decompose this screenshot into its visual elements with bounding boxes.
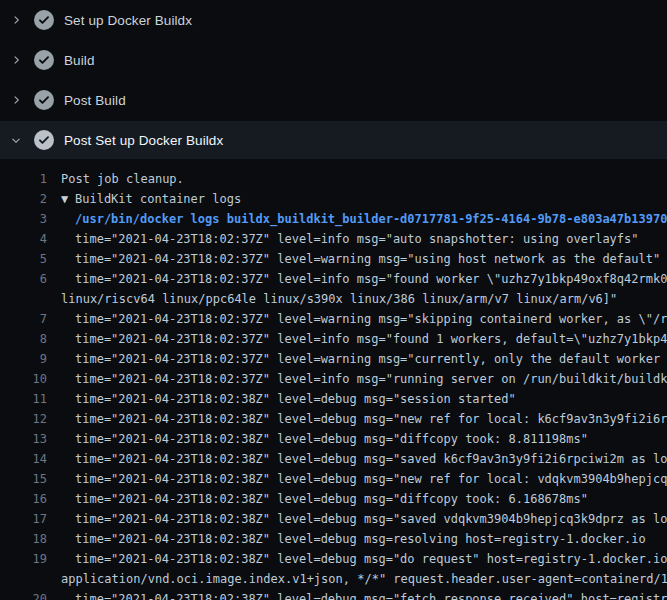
step-row-post-build[interactable]: Post Build xyxy=(0,80,667,120)
log-line-number[interactable]: 3 xyxy=(0,209,47,229)
log-line-number[interactable]: 13 xyxy=(0,429,47,449)
log-line-number xyxy=(0,289,47,309)
log-line-text: linux/riscv64 linux/ppc64le linux/s390x … xyxy=(61,289,667,309)
steps-list: Set up Docker Buildx Build Post Build Po… xyxy=(0,0,667,159)
log-line-text: time="2021-04-23T18:02:38Z" level=debug … xyxy=(75,429,667,449)
log-line-number xyxy=(0,569,47,589)
log-line: 13time="2021-04-23T18:02:38Z" level=debu… xyxy=(0,429,667,449)
log-line: 7time="2021-04-23T18:02:37Z" level=warni… xyxy=(0,309,667,329)
log-line: 11time="2021-04-23T18:02:38Z" level=debu… xyxy=(0,389,667,409)
log-line-number[interactable]: 16 xyxy=(0,489,47,509)
log-line-number[interactable]: 15 xyxy=(0,469,47,489)
log-line-text: time="2021-04-23T18:02:38Z" level=debug … xyxy=(75,489,667,509)
log-line-number[interactable]: 5 xyxy=(0,249,47,269)
step-label: Set up Docker Buildx xyxy=(64,13,192,28)
log-line-text: Post job cleanup. xyxy=(61,169,667,189)
log-line: 2▼BuildKit container logs xyxy=(0,189,667,209)
log-line-text: time="2021-04-23T18:02:37Z" level=info m… xyxy=(75,229,667,249)
log-line-number[interactable]: 17 xyxy=(0,509,47,529)
chevron-right-icon xyxy=(10,14,22,26)
log-line-number[interactable]: 11 xyxy=(0,389,47,409)
log-line: 1Post job cleanup. xyxy=(0,169,667,189)
log-line-number[interactable]: 8 xyxy=(0,329,47,349)
log-line-text: time="2021-04-23T18:02:38Z" level=debug … xyxy=(75,449,667,469)
chevron-right-icon xyxy=(10,94,22,106)
log-line-number[interactable]: 14 xyxy=(0,449,47,469)
log-line-text: application/vnd.oci.image.index.v1+json,… xyxy=(61,569,667,589)
step-row-set-up-docker-buildx[interactable]: Set up Docker Buildx xyxy=(0,0,667,40)
check-circle-icon xyxy=(34,50,54,70)
log-line: 10time="2021-04-23T18:02:37Z" level=info… xyxy=(0,369,667,389)
log-line: 8time="2021-04-23T18:02:37Z" level=info … xyxy=(0,329,667,349)
log-line-text: time="2021-04-23T18:02:38Z" level=debug … xyxy=(75,529,667,549)
check-circle-icon xyxy=(34,90,54,110)
step-label: Post Set up Docker Buildx xyxy=(64,133,223,148)
log-line-text: BuildKit container logs xyxy=(75,189,667,209)
log-line: 14time="2021-04-23T18:02:38Z" level=debu… xyxy=(0,449,667,469)
log-line-number[interactable]: 19 xyxy=(0,549,47,569)
log-line: 4time="2021-04-23T18:02:37Z" level=info … xyxy=(0,229,667,249)
chevron-down-icon xyxy=(10,134,22,146)
log-line-number[interactable]: 4 xyxy=(0,229,47,249)
check-circle-icon xyxy=(34,130,54,150)
log-line-text: time="2021-04-23T18:02:37Z" level=info m… xyxy=(75,329,667,349)
log-line-text: time="2021-04-23T18:02:38Z" level=debug … xyxy=(75,509,667,529)
log-line-text: time="2021-04-23T18:02:38Z" level=debug … xyxy=(75,549,667,569)
log-command-text: /usr/bin/docker logs buildx_buildkit_bui… xyxy=(75,209,667,229)
log-line-text: time="2021-04-23T18:02:37Z" level=warnin… xyxy=(75,349,667,369)
log-line: 20time="2021-04-23T18:02:38Z" level=debu… xyxy=(0,589,667,600)
log-lines: 1Post job cleanup.2▼BuildKit container l… xyxy=(0,160,667,600)
step-label: Build xyxy=(64,53,95,68)
log-line-continuation: application/vnd.oci.image.index.v1+json,… xyxy=(0,569,667,589)
log-line-number[interactable]: 7 xyxy=(0,309,47,329)
log-line: 5time="2021-04-23T18:02:37Z" level=warni… xyxy=(0,249,667,269)
log-line-text: time="2021-04-23T18:02:38Z" level=debug … xyxy=(75,409,667,429)
log-line: 15time="2021-04-23T18:02:38Z" level=debu… xyxy=(0,469,667,489)
log-line-text: time="2021-04-23T18:02:37Z" level=warnin… xyxy=(75,309,667,329)
log-line-number[interactable]: 2 xyxy=(0,189,47,209)
log-line: 12time="2021-04-23T18:02:38Z" level=debu… xyxy=(0,409,667,429)
log-line: 3/usr/bin/docker logs buildx_buildkit_bu… xyxy=(0,209,667,229)
log-line: 17time="2021-04-23T18:02:38Z" level=debu… xyxy=(0,509,667,529)
log-line-number[interactable]: 10 xyxy=(0,369,47,389)
log-line: 9time="2021-04-23T18:02:37Z" level=warni… xyxy=(0,349,667,369)
log-line-text: time="2021-04-23T18:02:38Z" level=debug … xyxy=(75,589,667,600)
step-label: Post Build xyxy=(64,93,126,108)
log-line-text: time="2021-04-23T18:02:38Z" level=debug … xyxy=(75,389,667,409)
log-line: 18time="2021-04-23T18:02:38Z" level=debu… xyxy=(0,529,667,549)
log-line-text: time="2021-04-23T18:02:37Z" level=info m… xyxy=(75,269,667,289)
step-row-post-set-up-docker-buildx[interactable]: Post Set up Docker Buildx xyxy=(0,121,667,159)
log-line-text: time="2021-04-23T18:02:38Z" level=debug … xyxy=(75,469,667,489)
log-line-number[interactable]: 20 xyxy=(0,589,47,600)
chevron-right-icon xyxy=(10,54,22,66)
log-line-number[interactable]: 12 xyxy=(0,409,47,429)
check-circle-icon xyxy=(34,10,54,30)
log-line: 16time="2021-04-23T18:02:38Z" level=debu… xyxy=(0,489,667,509)
log-line-number[interactable]: 6 xyxy=(0,269,47,289)
log-line-number[interactable]: 9 xyxy=(0,349,47,369)
step-row-build[interactable]: Build xyxy=(0,40,667,80)
log-line: 6time="2021-04-23T18:02:37Z" level=info … xyxy=(0,269,667,289)
log-line-text: time="2021-04-23T18:02:37Z" level=info m… xyxy=(75,369,667,389)
log-line-number[interactable]: 18 xyxy=(0,529,47,549)
log-group-toggle-icon[interactable]: ▼ xyxy=(61,189,75,209)
log-line-text: time="2021-04-23T18:02:37Z" level=warnin… xyxy=(75,249,667,269)
log-line-continuation: linux/riscv64 linux/ppc64le linux/s390x … xyxy=(0,289,667,309)
log-line: 19time="2021-04-23T18:02:38Z" level=debu… xyxy=(0,549,667,569)
log-line-number[interactable]: 1 xyxy=(0,169,47,189)
